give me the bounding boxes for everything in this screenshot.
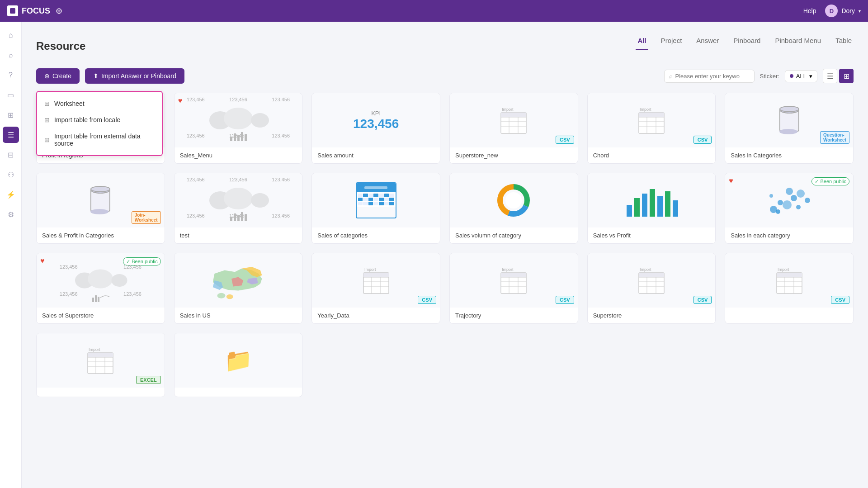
svg-rect-40 bbox=[245, 214, 247, 221]
tab-pinboard-menu[interactable]: Pinboard Menu bbox=[773, 33, 823, 50]
card-title: Sales amount bbox=[312, 147, 440, 163]
new-tab-button[interactable]: ⊕ bbox=[56, 6, 62, 16]
import-locale-icon: ⊞ bbox=[44, 116, 50, 123]
card-preview: Import CSV bbox=[725, 253, 853, 308]
map-numbers: 123,456123,456123,456 bbox=[175, 177, 302, 182]
brand-logo[interactable]: FOCUS bbox=[7, 5, 50, 16]
main-content: Resource All Project Answer Pinboard Pin… bbox=[22, 22, 868, 408]
nav-right: Help D Dory ▾ bbox=[803, 5, 861, 17]
tab-table[interactable]: Table bbox=[834, 33, 854, 50]
sidebar-item-grid[interactable]: ⊞ bbox=[3, 107, 19, 123]
card-preview bbox=[450, 173, 578, 227]
dropdown-item-import-external[interactable]: ⊞ Import table from external data source bbox=[37, 128, 162, 152]
sidebar-item-resource[interactable]: ☰ bbox=[3, 127, 19, 143]
svg-rect-13 bbox=[234, 133, 236, 141]
card-trajectory[interactable]: Import CSV Trajectory bbox=[449, 253, 578, 324]
chevron-down-icon: ▾ bbox=[859, 9, 861, 14]
public-badge-wrapper: ✓ Been public bbox=[811, 177, 849, 185]
card-sales-volume[interactable]: Sales volumn of category bbox=[449, 173, 578, 244]
card-preview: ♥ ✓ Been public bbox=[725, 173, 853, 227]
svg-rect-52 bbox=[673, 200, 678, 217]
sticker-select[interactable]: ALL ▾ bbox=[785, 70, 817, 82]
user-menu[interactable]: D Dory ▾ bbox=[825, 5, 861, 17]
csv-badge: CSV bbox=[556, 296, 574, 304]
search-input[interactable] bbox=[675, 73, 750, 80]
card-csv-1[interactable]: Import CSV bbox=[725, 253, 854, 324]
svg-point-70 bbox=[226, 294, 233, 299]
sidebar-item-settings[interactable]: ⚙ bbox=[3, 206, 19, 223]
card-title bbox=[175, 388, 302, 397]
search-box[interactable]: ⌕ bbox=[664, 70, 755, 83]
dropdown-item-import-locale[interactable]: ⊞ Import table from locale bbox=[37, 112, 162, 128]
action-bar: ⊕ Create ⬆ Import Answer or Pinboard ⊞ W… bbox=[36, 68, 854, 84]
card-yearly-data[interactable]: Import CSV Yearly_Data bbox=[311, 253, 440, 324]
sticker-label: Sticker: bbox=[760, 73, 779, 80]
tab-project[interactable]: Project bbox=[659, 33, 684, 50]
excel-badge: EXCEL bbox=[136, 376, 161, 384]
svg-point-60 bbox=[786, 188, 793, 195]
svg-rect-47 bbox=[634, 198, 640, 217]
calendar-preview bbox=[356, 182, 396, 218]
card-superstore-new[interactable]: Import CSV Superstore_new bbox=[449, 93, 578, 164]
card-title: Sales in US bbox=[175, 308, 302, 323]
sidebar-item-monitor[interactable]: ▭ bbox=[3, 87, 19, 103]
card-test[interactable]: 123,456123,456123,456 123,456123,456123,… bbox=[174, 173, 303, 244]
svg-rect-110 bbox=[88, 353, 113, 357]
svg-rect-51 bbox=[665, 191, 670, 217]
view-toggle: ☰ ⊞ bbox=[823, 69, 854, 83]
card-sales-each-category[interactable]: ♥ ✓ Been public Sales in each c bbox=[725, 173, 854, 244]
sidebar-item-search[interactable]: ⌕ bbox=[3, 47, 19, 63]
card-title: Sales & Profit in Categories bbox=[37, 227, 165, 243]
card-preview: Import CSV bbox=[588, 253, 716, 308]
svg-rect-67 bbox=[95, 295, 97, 302]
sidebar-item-home[interactable]: ⌂ bbox=[3, 27, 19, 43]
card-sales-superstore[interactable]: ♥ ✓ Been public 123,456123,456 123,45612… bbox=[36, 253, 165, 324]
card-superstore[interactable]: Import CSV Superstore bbox=[587, 253, 716, 324]
svg-rect-86 bbox=[501, 273, 526, 277]
dropdown-menu: ⊞ Worksheet ⊞ Import table from locale ⊞… bbox=[36, 91, 163, 156]
card-sales-in-categories[interactable]: Question-Worksheet Sales in Categories bbox=[725, 93, 854, 164]
card-preview: ♥ ✓ Been public 123,456123,456 123,45612… bbox=[37, 253, 165, 308]
card-preview: Import EXCEL bbox=[37, 333, 165, 388]
card-excel-1[interactable]: Import EXCEL bbox=[36, 333, 165, 397]
import-preview: Import bbox=[363, 265, 390, 296]
sidebar-item-users[interactable]: ⚇ bbox=[3, 166, 19, 183]
help-link[interactable]: Help bbox=[803, 7, 816, 14]
card-folder[interactable]: 📁 bbox=[174, 333, 303, 397]
worksheet-icon: ⊞ bbox=[44, 100, 50, 107]
svg-rect-68 bbox=[98, 297, 99, 302]
import-button[interactable]: ⬆ Import Answer or Pinboard bbox=[85, 68, 184, 84]
tab-all[interactable]: All bbox=[636, 33, 648, 50]
import-table-svg: Import bbox=[638, 104, 665, 136]
csv-badge: CSV bbox=[418, 296, 436, 304]
favorite-icon: ♥ bbox=[178, 97, 183, 105]
create-icon: ⊕ bbox=[44, 72, 50, 80]
list-view-button[interactable]: ☰ bbox=[823, 69, 837, 83]
card-sales-profit-categories[interactable]: Join-Worksheet Sales & Profit in Categor… bbox=[36, 173, 165, 244]
kpi-preview: KPI 123,456 bbox=[353, 110, 399, 131]
sidebar-item-question[interactable]: ? bbox=[3, 67, 19, 83]
svg-text:Import: Import bbox=[502, 267, 514, 272]
card-sales-amount[interactable]: KPI 123,456 Sales amount bbox=[311, 93, 440, 164]
tab-answer[interactable]: Answer bbox=[694, 33, 721, 50]
card-sales-vs-profit[interactable]: Sales vs Profit bbox=[587, 173, 716, 244]
svg-text:Import: Import bbox=[640, 267, 651, 272]
card-sales-menu[interactable]: ♥ 123,456123,456123,456 123,456123,45612… bbox=[174, 93, 303, 164]
map-svg bbox=[66, 265, 134, 296]
card-chord[interactable]: Import CSV Chord bbox=[587, 93, 716, 164]
svg-point-54 bbox=[778, 200, 783, 205]
svg-point-56 bbox=[791, 195, 797, 201]
tab-pinboard[interactable]: Pinboard bbox=[731, 33, 762, 50]
csv-badge: CSV bbox=[693, 136, 712, 144]
card-sales-of-categories[interactable]: Sales of categories bbox=[311, 173, 440, 244]
grid-view-button[interactable]: ⊞ bbox=[839, 69, 854, 83]
svg-rect-15 bbox=[241, 132, 243, 141]
left-sidebar: ⌂ ⌕ ? ▭ ⊞ ☰ ⊟ ⚇ ⚡ ⚙ bbox=[0, 22, 22, 488]
card-sales-us[interactable]: Sales in US bbox=[174, 253, 303, 324]
sidebar-item-analytics[interactable]: ⚡ bbox=[3, 186, 19, 203]
sidebar-item-table[interactable]: ⊟ bbox=[3, 147, 19, 163]
svg-rect-39 bbox=[241, 212, 243, 221]
svg-rect-66 bbox=[92, 298, 94, 302]
create-button[interactable]: ⊕ Create bbox=[36, 68, 80, 84]
dropdown-item-worksheet[interactable]: ⊞ Worksheet bbox=[37, 95, 162, 112]
